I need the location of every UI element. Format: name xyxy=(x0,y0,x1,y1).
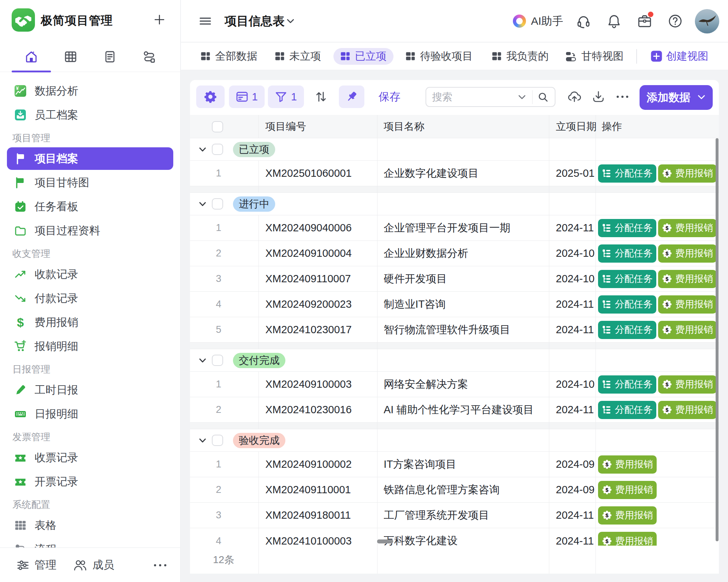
save-button[interactable]: 保存 xyxy=(379,85,400,108)
cell-start-date[interactable]: 2025-01 xyxy=(549,161,596,186)
search-icon[interactable] xyxy=(538,92,549,103)
cell-project-name[interactable]: AI 辅助个性化学习平台建设项目 xyxy=(377,397,549,422)
cell-project-code[interactable]: XM202409100004 xyxy=(258,241,377,266)
cell-project-name[interactable]: 企业管理平台开发项目一期 xyxy=(377,215,549,240)
expense-button[interactable]: $费用报销 xyxy=(658,270,717,288)
sidebar-item-付款记录[interactable]: 付款记录 xyxy=(0,286,180,310)
cell-project-code[interactable]: XM202409200023 xyxy=(258,292,377,317)
sidebar-item-报销明细[interactable]: 报销明细 xyxy=(0,334,180,358)
cell-start-date[interactable]: 2024-10 xyxy=(549,266,596,291)
sidebar-item-表格[interactable]: 表格 xyxy=(0,513,180,537)
members-button[interactable]: 成员 xyxy=(73,548,114,582)
vertical-scrollbar[interactable] xyxy=(716,138,719,541)
cell-start-date[interactable]: 2024-11 xyxy=(549,528,596,546)
expense-button[interactable]: $费用报销 xyxy=(598,455,657,474)
expense-button[interactable]: $费用报销 xyxy=(658,219,717,237)
import-button[interactable] xyxy=(567,85,582,108)
sidebar-item-项目甘特图[interactable]: 项目甘特图 xyxy=(0,171,180,195)
more-actions-button[interactable] xyxy=(615,85,630,108)
cell-start-date[interactable]: 2024-11 xyxy=(549,503,596,528)
search-box[interactable]: 搜索 xyxy=(426,87,555,107)
cell-project-code[interactable]: XM202410100003 xyxy=(258,528,377,546)
table-row[interactable]: 2XM202410230016AI 辅助个性化学习平台建设项目2024-11分配… xyxy=(190,397,719,423)
table-row[interactable]: 4XM202410100003万科数字化建设2024-11$费用报销 xyxy=(190,528,719,546)
title-dropdown[interactable] xyxy=(286,17,295,25)
sidebar-item-项目档案[interactable]: 项目档案 xyxy=(7,147,173,170)
horizontal-scrollbar[interactable] xyxy=(377,539,393,543)
sidebar-item-费用报销[interactable]: $费用报销 xyxy=(0,310,180,334)
expense-button[interactable]: $费用报销 xyxy=(658,401,717,419)
support-button[interactable] xyxy=(575,13,592,29)
field-config-button[interactable]: 1 xyxy=(229,85,265,108)
assign-button[interactable]: 分配任务 xyxy=(598,244,656,263)
table-row[interactable]: 3XM202409180011工厂管理系统开发项目2024-11$费用报销 xyxy=(190,503,719,528)
cell-project-name[interactable]: 企业数字化建设项目 xyxy=(377,161,549,186)
group-badge[interactable]: 验收完成 xyxy=(233,433,285,448)
sidebar-item-收款记录[interactable]: 收款记录 xyxy=(0,262,180,286)
search-chevron-icon[interactable] xyxy=(518,94,526,100)
table-row[interactable]: 4XM202409200023制造业IT咨询2024-11分配任务$费用报销 xyxy=(190,292,719,317)
cell-project-name[interactable]: 企业业财数据分析 xyxy=(377,241,549,266)
cell-project-name[interactable]: 万科数字化建设 xyxy=(377,528,549,546)
expense-button[interactable]: $费用报销 xyxy=(598,506,657,525)
collapse-sidebar-button[interactable] xyxy=(199,15,212,28)
cell-project-name[interactable]: 制造业IT咨询 xyxy=(377,292,549,317)
collapse-group-icon[interactable] xyxy=(198,200,207,209)
expense-button[interactable]: $费用报销 xyxy=(598,532,657,546)
group-badge[interactable]: 交付完成 xyxy=(233,353,285,368)
cell-project-name[interactable]: 智行物流管理软件升级项目 xyxy=(377,317,549,342)
cell-start-date[interactable]: 2024-11 xyxy=(549,215,596,240)
create-view-button[interactable]: 创建视图 xyxy=(651,49,708,64)
sidebar-item-数据分析[interactable]: ¥数据分析 xyxy=(0,79,180,103)
sidebar-item-工时日报[interactable]: 工时日报 xyxy=(0,378,180,402)
table-row[interactable]: 1XM202409040006企业管理平台开发项目一期2024-11分配任务$费… xyxy=(190,215,719,241)
assign-button[interactable]: 分配任务 xyxy=(598,295,656,314)
cell-project-code[interactable]: XM202409100003 xyxy=(258,372,377,397)
cell-project-code[interactable]: XM202409040006 xyxy=(258,215,377,240)
select-all-checkbox[interactable] xyxy=(212,121,223,132)
view-tab-已立项[interactable]: 已立项 xyxy=(333,48,393,65)
nav-tab-home[interactable] xyxy=(12,44,51,70)
nav-tab-tables[interactable] xyxy=(51,44,90,70)
sidebar-item-收票记录[interactable]: 收票记录 xyxy=(0,446,180,470)
expense-button[interactable]: $费用报销 xyxy=(658,295,717,314)
group-badge[interactable]: 已立项 xyxy=(233,142,275,157)
assign-button[interactable]: 分配任务 xyxy=(598,375,656,394)
assign-button[interactable]: 分配任务 xyxy=(598,321,656,339)
cell-project-code[interactable]: XM202409100002 xyxy=(258,452,377,477)
cell-project-name[interactable]: 铁路信息化管理方案咨询 xyxy=(377,477,549,502)
cell-start-date[interactable]: 2024-11 xyxy=(549,317,596,342)
cell-project-code[interactable]: XM202410230017 xyxy=(258,317,377,342)
sidebar-more-button[interactable] xyxy=(153,548,167,582)
settings-button[interactable] xyxy=(196,85,225,108)
nav-tab-flows[interactable] xyxy=(130,44,169,70)
cell-project-code[interactable]: XM202410230016 xyxy=(258,397,377,422)
cell-project-name[interactable]: IT方案咨询项目 xyxy=(377,452,549,477)
sidebar-item-日报明细[interactable]: 日报明细 xyxy=(0,402,180,426)
group-checkbox[interactable] xyxy=(212,198,223,210)
add-data-button[interactable]: 添加数据 xyxy=(640,85,713,110)
column-header-date[interactable]: 立项日期 xyxy=(556,115,597,138)
table-row[interactable]: 1XM202409100002IT方案咨询项目2024-09$费用报销 xyxy=(190,452,719,477)
group-checkbox[interactable] xyxy=(212,144,223,155)
cell-start-date[interactable]: 2024-09 xyxy=(549,477,596,502)
view-tab-未立项[interactable]: 未立项 xyxy=(275,48,321,65)
table-row[interactable]: 2XM202409110001铁路信息化管理方案咨询2024-09$费用报销 xyxy=(190,477,719,503)
table-row[interactable]: 1XM202409100003网络安全解决方案2024-10分配任务$费用报销 xyxy=(190,372,719,397)
sidebar-item-员工档案[interactable]: 员工档案 xyxy=(0,103,180,127)
table-row[interactable]: 1XM202501060001企业数字化建设项目2025-01分配任务$费用报销 xyxy=(190,161,719,186)
cell-project-name[interactable]: 网络安全解决方案 xyxy=(377,372,549,397)
collapse-group-icon[interactable] xyxy=(198,145,207,154)
column-header-code[interactable]: 项目编号 xyxy=(265,115,306,138)
cell-project-name[interactable]: 硬件开发项目 xyxy=(377,266,549,291)
add-workspace-button[interactable] xyxy=(151,11,168,28)
view-tab-待验收项目[interactable]: 待验收项目 xyxy=(405,48,473,65)
expense-button[interactable]: $费用报销 xyxy=(658,321,717,339)
column-header-ops[interactable]: 操作 xyxy=(602,115,622,138)
view-tab-全部数据[interactable]: 全部数据 xyxy=(201,48,257,65)
sidebar-item-任务看板[interactable]: 任务看板 xyxy=(0,195,180,219)
export-button[interactable] xyxy=(591,85,606,108)
cell-project-code[interactable]: XM202409110007 xyxy=(258,266,377,291)
ai-assistant-button[interactable]: AI助手 xyxy=(513,14,563,29)
notifications-button[interactable] xyxy=(606,13,622,29)
